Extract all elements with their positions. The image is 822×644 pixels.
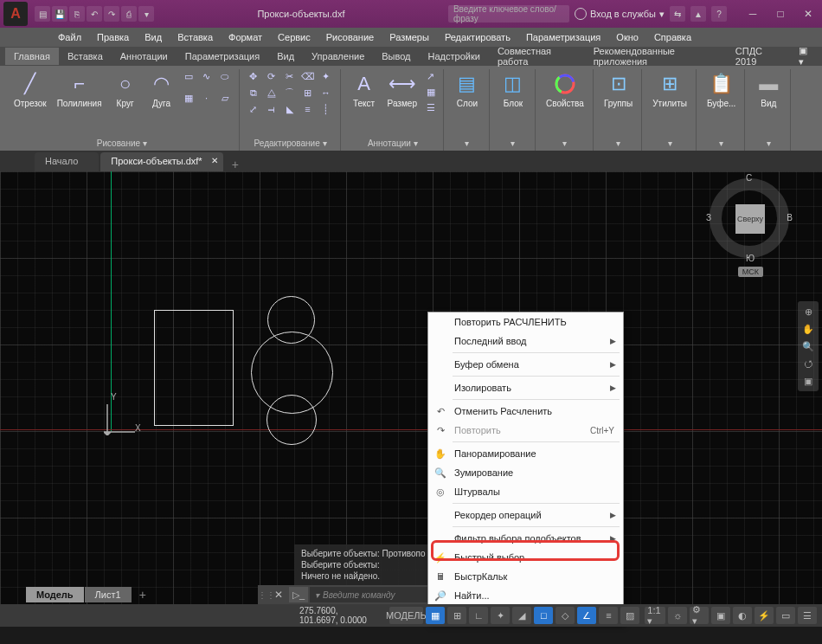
ctx-quickcalc[interactable]: 🖩БыстрКальк (428, 567, 623, 586)
menu-format[interactable]: Формат (221, 29, 270, 45)
tool-erase-icon[interactable]: ⌫ (301, 69, 315, 83)
layout-tab-model[interactable]: Модель (26, 587, 84, 602)
tool-stretch-icon[interactable]: ↔ (319, 86, 333, 100)
view-cube[interactable]: Сверху С Ю В З (710, 178, 789, 258)
nav-fullnav-icon[interactable]: ⊕ (800, 304, 816, 319)
tool-copy-icon[interactable]: ⧉ (247, 86, 260, 100)
qat-more-icon[interactable]: ▾ (138, 6, 154, 22)
ctx-repeat[interactable]: Повторить РАСЧЛЕНИТЬ (428, 312, 623, 332)
tool-ellipse-icon[interactable]: ⬭ (218, 69, 232, 83)
tool-point-icon[interactable]: · (200, 91, 214, 105)
status-annovis-icon[interactable]: ☼ (668, 607, 687, 624)
drawing-canvas[interactable]: YX Сверху С Ю В З МСК ⊕ ✋ 🔍 ⭯ ▣ (0, 171, 822, 604)
tool-polyline[interactable]: ⌐Полилиния (54, 69, 106, 110)
tool-mirror-icon[interactable]: ⧋ (265, 86, 279, 100)
ctx-quick-select[interactable]: ⚡Быстрый выбор... (428, 548, 623, 567)
maximize-button[interactable]: □ (767, 0, 794, 28)
drawn-circle-bottom[interactable] (267, 395, 317, 445)
qat-redo-icon[interactable]: ↷ (104, 6, 119, 22)
tool-rect-icon[interactable]: ▭ (182, 69, 196, 83)
status-grid-icon[interactable]: ▦ (426, 607, 445, 624)
status-cleanscreen-icon[interactable]: ▭ (776, 607, 795, 624)
ctx-recent-input[interactable]: Последний ввод▶ (428, 332, 623, 351)
search-input[interactable]: Введите ключевое слово/фразу (448, 5, 569, 23)
qat-print-icon[interactable]: ⎙ (121, 6, 137, 22)
ctx-clipboard[interactable]: Буфер обмена▶ (428, 355, 623, 374)
tool-chamfer-icon[interactable]: ◣ (283, 102, 297, 116)
tool-move-icon[interactable]: ✥ (247, 69, 260, 83)
tool-leader-icon[interactable]: ↗ (424, 69, 438, 83)
ctx-recorder[interactable]: Рекордер операций▶ (428, 506, 623, 525)
tool-hatch-icon[interactable]: ▦ (182, 91, 196, 105)
tool-line[interactable]: ╱Отрезок (10, 69, 50, 110)
status-customize-icon[interactable]: ☰ (798, 607, 817, 624)
menu-view[interactable]: Вид (137, 29, 170, 45)
layout-tab-add[interactable]: + (132, 588, 153, 602)
ribbon-tab-manage[interactable]: Управление (303, 48, 373, 65)
status-lineweight-icon[interactable]: ≡ (599, 607, 618, 624)
tab-file[interactable]: Прокси-объекты.dxf*✕ (100, 152, 222, 171)
tool-view[interactable]: ▬Вид (752, 69, 785, 110)
tool-utilities[interactable]: ⊞Утилиты (649, 69, 690, 110)
qat-undo-icon[interactable]: ↶ (87, 6, 102, 22)
menu-tools[interactable]: Сервис (270, 29, 318, 45)
tool-groups[interactable]: ⊡Группы (600, 69, 636, 110)
help-icon[interactable]: ? (711, 6, 727, 22)
tool-mtext-icon[interactable]: ☰ (424, 100, 438, 114)
menu-draw[interactable]: Рисование (318, 29, 382, 45)
status-isodraft-icon[interactable]: ◢ (512, 607, 531, 624)
nav-showmotion-icon[interactable]: ▣ (800, 373, 816, 389)
exchange-icon[interactable]: ⇆ (670, 6, 685, 22)
ctx-zoom[interactable]: 🔍Зумирование (428, 463, 623, 482)
status-hwaccel-icon[interactable]: ⚡ (755, 607, 774, 624)
cmd-grip-icon[interactable]: ⋮⋮ (258, 590, 270, 600)
ribbon-tab-collab[interactable]: Совместная работа (489, 42, 585, 70)
a360-icon[interactable]: ▲ (690, 6, 706, 22)
tool-clipboard[interactable]: 📋Буфе... (703, 69, 739, 110)
status-ortho-icon[interactable]: ∟ (469, 607, 488, 624)
tool-dimension[interactable]: ⟷Размер (384, 69, 421, 114)
sign-in-button[interactable]: Вход в службы ▾ (575, 8, 665, 20)
tab-start[interactable]: Начало (35, 152, 99, 171)
ribbon-tab-home[interactable]: Главная (5, 48, 59, 65)
ribbon-tab-insert[interactable]: Вставка (59, 48, 112, 65)
wcs-badge[interactable]: МСК (738, 267, 763, 277)
panel-annot-title[interactable]: Аннотации ▾ (368, 136, 418, 151)
status-monitor-icon[interactable]: ▣ (711, 607, 730, 624)
ribbon-tab-view[interactable]: Вид (268, 48, 303, 65)
status-otrack-icon[interactable]: ∠ (577, 607, 596, 624)
menu-insert[interactable]: Вставка (170, 29, 221, 45)
tool-array-icon[interactable]: ⊞ (301, 86, 315, 100)
tool-layers[interactable]: ▤Слои (451, 69, 484, 110)
tool-table-icon[interactable]: ▦ (424, 85, 438, 99)
ctx-pan[interactable]: ✋Панорамирование (428, 444, 623, 463)
ribbon-tab-spds[interactable]: СПДС 2019 (727, 42, 790, 70)
ribbon-tab-featured[interactable]: Рекомендованные приложения (585, 42, 727, 70)
tool-trim-icon[interactable]: ✂ (283, 69, 297, 83)
status-model-button[interactable]: МОДЕЛЬ (389, 607, 424, 624)
tool-arc[interactable]: ◠Дуга (145, 69, 178, 110)
ctx-steeringwheel[interactable]: ◎Штурвалы (428, 482, 623, 501)
tool-region-icon[interactable]: ▱ (218, 91, 232, 105)
nav-zoom-icon[interactable]: 🔍 (800, 338, 816, 354)
cmd-prompt-icon[interactable]: ▷_ (289, 587, 308, 602)
ctx-subobject-filter[interactable]: Фильтр выбора подобъектов▶ (428, 529, 623, 548)
status-annoscale-icon[interactable]: 1:1 ▾ (645, 607, 665, 624)
status-workspace-icon[interactable]: ⚙ ▾ (690, 607, 709, 624)
qat-open-icon[interactable]: ▤ (35, 6, 50, 22)
drawn-rectangle[interactable] (154, 310, 234, 426)
minimize-button[interactable]: ─ (739, 0, 767, 28)
tool-rotate-icon[interactable]: ⟳ (265, 69, 279, 83)
close-button[interactable]: ✕ (794, 0, 822, 28)
status-transparency-icon[interactable]: ▨ (620, 607, 639, 624)
tool-fillet-icon[interactable]: ⌒ (283, 86, 297, 100)
nav-pan-icon[interactable]: ✋ (800, 321, 816, 337)
tool-align-icon[interactable]: ≡ (301, 102, 315, 116)
tool-block[interactable]: ◫Блок (497, 69, 530, 110)
ribbon-tab-parametric[interactable]: Параметризация (177, 48, 268, 65)
status-3dosnap-icon[interactable]: ◇ (555, 607, 575, 624)
ribbon-tab-annotate[interactable]: Аннотации (112, 48, 177, 65)
status-polar-icon[interactable]: ✦ (491, 607, 510, 624)
menu-dimension[interactable]: Размеры (382, 29, 437, 45)
tool-properties[interactable]: Свойства (543, 69, 588, 110)
